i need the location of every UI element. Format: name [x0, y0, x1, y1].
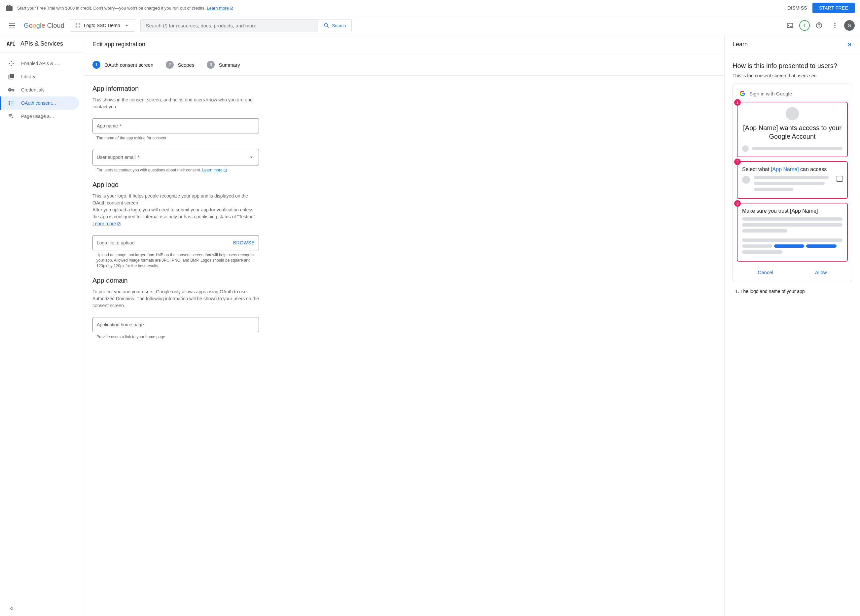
api-logo-icon: API [6, 41, 15, 47]
app-logo-title: App logo [93, 181, 259, 189]
header-bar: Google Cloud Logto SSO Demo Search 1 S [0, 16, 860, 35]
learn-panel: Learn How is this info presented to user… [725, 35, 860, 616]
app-name-input[interactable]: App name * [93, 118, 259, 134]
project-icon [75, 22, 81, 28]
learn-collapse-button[interactable] [846, 41, 852, 48]
sidebar-item-oauth-consent[interactable]: OAuth consent… [0, 96, 79, 110]
preview-cancel: Cancel [758, 270, 773, 275]
app-domain-title: App domain [93, 277, 259, 284]
sidebar-item-library[interactable]: Library [0, 70, 83, 83]
svg-point-2 [75, 27, 77, 28]
app-logo-desc: This is your logo. It helps people recog… [93, 193, 259, 227]
consent-icon [8, 100, 14, 106]
step-scopes[interactable]: 2 Scopes [166, 61, 194, 69]
svg-point-3 [78, 27, 80, 28]
terminal-icon [786, 22, 794, 29]
search-input[interactable] [141, 19, 318, 32]
support-email-select[interactable]: User support email * [93, 149, 259, 165]
chevron-down-icon [124, 22, 130, 29]
sidebar-item-credentials[interactable]: Credentials [0, 83, 83, 96]
more-options-button[interactable] [828, 19, 841, 32]
page-title: Edit app registration [83, 35, 724, 54]
sidebar-item-page-usage[interactable]: Page usage a… [0, 110, 83, 123]
library-icon [8, 73, 14, 80]
preview-card-3: 3 Make sure you trust [App Name] [737, 203, 848, 262]
gift-icon [5, 4, 13, 12]
project-picker[interactable]: Logto SSO Demo [70, 19, 135, 32]
logo-upload-helper: Upload an image, not larger than 1MB on … [93, 252, 259, 269]
app-name-helper: The name of the app asking for consent [93, 135, 259, 141]
form-panel: Edit app registration 1 OAuth consent sc… [83, 35, 725, 616]
dashboard-icon [8, 60, 14, 67]
more-vert-icon [831, 22, 838, 29]
preview-card-2: 2 Select what [App Name] can access [737, 161, 848, 199]
dismiss-button[interactable]: DISMISS [788, 5, 807, 11]
trial-status-badge[interactable]: 1 [799, 20, 810, 31]
app-info-title: App information [93, 85, 259, 93]
preview-allow: Allow [815, 270, 827, 275]
learn-subtitle: This is the consent screen that users se… [733, 73, 852, 78]
search-icon [323, 22, 330, 29]
svg-point-6 [9, 63, 10, 64]
start-free-button[interactable]: START FREE [813, 3, 855, 13]
svg-rect-10 [9, 101, 10, 102]
search-container: Search [140, 19, 352, 32]
app-info-desc: This shows in the consent screen, and he… [93, 96, 259, 110]
banner-text: Start your Free Trial with $300 in credi… [17, 6, 234, 11]
support-email-helper: For users to contact you with questions … [93, 167, 259, 173]
consent-preview: Sign in with Google 1 [App Name] wants a… [733, 83, 852, 282]
learn-list: The logo and name of your app [733, 289, 852, 294]
avatar[interactable]: S [844, 20, 855, 31]
learn-title: Learn [733, 41, 748, 48]
step-oauth-consent[interactable]: 1 OAuth consent screen [93, 61, 153, 69]
google-cloud-logo[interactable]: Google Cloud [24, 22, 64, 29]
hamburger-icon [8, 22, 16, 29]
svg-point-9 [13, 63, 14, 64]
project-name: Logto SSO Demo [84, 23, 120, 28]
sidebar-collapse-button[interactable] [0, 602, 83, 616]
app-domain-desc: To protect you and your users, Google on… [93, 288, 259, 309]
step-summary[interactable]: 3 Summary [207, 61, 240, 69]
banner-learn-more-link[interactable]: Learn more [207, 6, 233, 11]
cloud-shell-button[interactable] [783, 19, 797, 32]
help-icon [815, 22, 823, 29]
svg-point-1 [78, 24, 80, 25]
browse-button[interactable]: BROWSE [233, 240, 255, 245]
nav-menu-button[interactable] [5, 19, 19, 32]
chevron-down-icon [248, 154, 255, 160]
svg-point-7 [11, 61, 11, 62]
help-button[interactable] [813, 19, 825, 32]
support-email-learn-more-link[interactable]: Learn more [202, 168, 227, 173]
google-g-icon [739, 91, 745, 96]
preview-card-1: 1 [App Name] wants access to your Google… [737, 102, 848, 157]
homepage-input[interactable]: Application home page [93, 317, 259, 332]
agreements-icon [8, 113, 14, 119]
homepage-helper: Provide users a link to your home page [93, 334, 259, 340]
learn-heading: How is this info presented to users? [733, 62, 852, 70]
svg-rect-13 [11, 103, 14, 104]
chevron-left-icon [8, 605, 14, 612]
key-icon [8, 86, 14, 93]
stepper: 1 OAuth consent screen 2 Scopes 3 Summar… [83, 54, 724, 75]
sidebar-title[interactable]: API APIs & Services [0, 35, 83, 53]
svg-rect-11 [11, 101, 14, 101]
svg-rect-14 [9, 104, 10, 105]
svg-rect-12 [9, 102, 10, 104]
chevron-right-bar-icon [846, 41, 852, 48]
search-button[interactable]: Search [318, 19, 351, 32]
sidebar-item-enabled-apis[interactable]: Enabled APIs & … [0, 57, 83, 70]
svg-rect-15 [11, 105, 14, 105]
svg-point-0 [75, 24, 77, 25]
logo-upload-input[interactable]: Logo file to upload BROWSE [93, 235, 259, 250]
svg-point-8 [11, 65, 11, 66]
app-logo-learn-more-link[interactable]: Learn more [93, 221, 121, 226]
sidebar: API APIs & Services Enabled APIs & … Lib… [0, 35, 83, 616]
trial-banner: Start your Free Trial with $300 in credi… [0, 0, 860, 16]
